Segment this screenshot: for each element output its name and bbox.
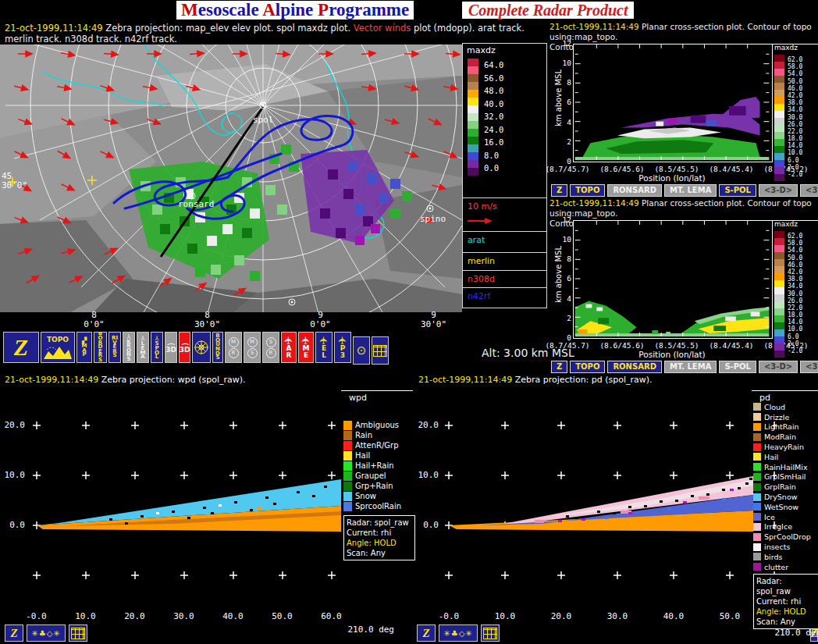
colorbar-value: 24.0 <box>484 125 503 138</box>
class-label: LightRain <box>764 422 799 431</box>
panel-button[interactable]: <3-D> <box>759 184 798 197</box>
colorbar-value: 40.0 <box>484 99 503 112</box>
spol-radar-button[interactable]: ⅄SPOL <box>151 332 163 363</box>
map-header: 21-oct-1999,11:14:49 Zebra projection: m… <box>5 23 545 44</box>
color-swatch <box>774 252 784 259</box>
colorbar-value: 10.0 <box>788 149 802 156</box>
panel-button[interactable]: <3-D> <box>800 361 818 373</box>
scan-mode: Scan: Any <box>347 548 412 558</box>
legend-item: clutter <box>753 562 811 572</box>
target-button[interactable]: ⊙ <box>353 336 370 365</box>
panel-button[interactable]: RONSARD <box>607 361 662 373</box>
panel-button[interactable]: S-POL <box>719 361 756 373</box>
class-label: GrplRain <box>764 482 796 491</box>
colorbar-value: 14.0 <box>788 318 802 326</box>
3d-red-button[interactable]: (3D <box>179 332 190 363</box>
colorbar-value: 16.0 <box>484 137 503 151</box>
x-tick: (8.6/45.6) <box>595 341 649 350</box>
class-swatch <box>753 443 761 451</box>
x-tick: (8.3/45.2) <box>759 165 813 173</box>
x-tick: 10.0 <box>61 611 110 621</box>
x-tick: 30.0 <box>589 611 646 621</box>
class-label: ModRain <box>764 432 796 441</box>
y-tick: 2 <box>559 314 571 322</box>
krons-radar-button[interactable]: ⅄KRONS <box>123 332 135 363</box>
grid-small-button[interactable] <box>481 624 500 642</box>
panel-button[interactable]: Z <box>551 361 567 373</box>
panel-button[interactable]: TOPO <box>570 361 605 373</box>
map-button[interactable]: ▞MAP <box>76 332 92 363</box>
colorbar-value: 38.0 <box>788 276 802 283</box>
legend-item: Snow <box>343 491 401 501</box>
p3-aircraft-button[interactable]: ✈P3 <box>334 332 351 363</box>
color-swatch <box>468 113 478 121</box>
cross2-timestamp: 21-oct-1999,11:14:49 <box>549 198 639 208</box>
ar-aircraft-button[interactable]: ✈AR <box>281 332 297 363</box>
app-title: Mesoscale Alpine Programme <box>176 1 414 20</box>
pd-legend: Cloud Drizzle LightRain ModRain HeavyRai… <box>753 402 811 572</box>
legend-item: Rain <box>343 430 401 440</box>
panel-button[interactable]: MT. LEMA <box>664 361 717 373</box>
plane-icon: ✈ <box>284 336 293 345</box>
class-swatch <box>343 482 352 491</box>
color-swatch <box>774 322 784 329</box>
lon-tick-label: 90'0" <box>264 311 377 331</box>
color-swatch <box>774 104 784 111</box>
mr-button[interactable]: MR <box>225 332 242 363</box>
compass-button[interactable] <box>192 332 211 363</box>
panel-button[interactable]: MT. LEMA <box>664 184 717 197</box>
color-swatch <box>774 259 784 266</box>
class-swatch <box>343 441 352 450</box>
panel-button[interactable]: Z <box>551 184 567 197</box>
el-aircraft-button[interactable]: ✈EL <box>315 332 333 363</box>
rivers-button[interactable]: RIVERS <box>108 332 121 363</box>
legend-item: Hail <box>343 450 401 461</box>
borders-button[interactable]: BORDERS <box>94 332 107 363</box>
class-swatch <box>753 553 761 560</box>
grid-small-button[interactable] <box>69 624 87 642</box>
panel-button[interactable]: <3-D> <box>759 361 798 373</box>
class-swatch <box>753 433 761 441</box>
sr-button[interactable]: SR <box>262 332 279 363</box>
x-tick: (8.7/45.7) <box>540 341 595 350</box>
class-swatch <box>753 533 761 541</box>
lema-radar-button[interactable]: ⅄LEMA <box>137 332 149 363</box>
color-swatch <box>774 336 784 343</box>
me-aircraft-button[interactable]: ✈ME <box>298 332 314 363</box>
ms-button[interactable]: MS <box>244 332 261 363</box>
legend-item: LightRain <box>753 422 811 432</box>
class-label: RainHailMix <box>764 463 808 471</box>
colorbar-value: 50.0 <box>788 78 802 85</box>
color-swatch <box>774 139 784 146</box>
panel-button[interactable]: RONSARD <box>607 184 662 197</box>
color-swatch <box>468 90 478 98</box>
legend-item: Drizzle <box>753 412 811 422</box>
class-label: Hail <box>355 451 370 460</box>
zebra-small-button[interactable]: Z <box>5 624 23 642</box>
panel-button[interactable]: S-POL <box>719 184 756 197</box>
grid-button[interactable] <box>372 336 389 365</box>
bounds-button[interactable]: BOUNDS <box>212 332 223 363</box>
symbols-button[interactable]: ✳♣◇✳ <box>439 624 478 642</box>
color-swatch <box>774 111 784 118</box>
zebra-small-button[interactable]: Z <box>417 624 436 642</box>
panel-button[interactable]: TOPO <box>570 184 605 197</box>
zebra-button[interactable]: Z <box>3 332 39 363</box>
class-swatch <box>753 543 761 551</box>
legend-item: Hail <box>753 452 811 462</box>
lon-tick-label: 830'0" <box>151 311 264 331</box>
rhi-pd-plot <box>425 401 777 610</box>
y-tick: 8 <box>559 254 571 263</box>
legend-item: Ambiguous <box>343 420 401 430</box>
cross1-y-ticks: 121086420 <box>559 39 571 165</box>
main-map-plot[interactable]: spol ronsard spino <box>0 44 462 312</box>
class-label: Graupel <box>355 471 386 480</box>
topo-button[interactable]: TOPO <box>41 332 75 363</box>
arc-icon: ( <box>183 343 187 346</box>
class-swatch <box>343 492 352 501</box>
symbols-button[interactable]: ✳♣◇✳ <box>27 624 66 642</box>
color-swatch <box>774 343 784 350</box>
colorbar-value: -2.0 <box>788 347 802 354</box>
3d-gray-button[interactable]: (3D <box>165 332 177 363</box>
panel-button[interactable]: <3-D> <box>800 184 818 197</box>
